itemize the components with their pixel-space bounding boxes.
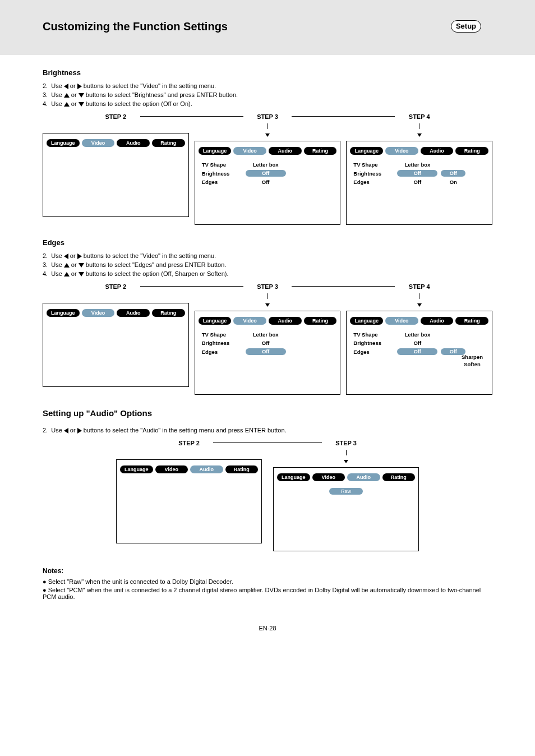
txt: Use [51, 261, 64, 268]
edges-bullets: 2.Use or buttons to select the "Video" i… [43, 252, 492, 277]
osd-panel: Language Video Audio Rating Raw [273, 467, 419, 551]
step-label: STEP 4 [395, 283, 444, 290]
txt: or [70, 270, 79, 277]
txt: or [68, 252, 77, 259]
tab-audio: Audio [421, 147, 454, 155]
side-options: Sharpen Soften [458, 354, 486, 368]
arrow-down-icon [79, 272, 84, 276]
txt: buttons to select the "Video" in the set… [82, 252, 216, 259]
tab-audio: Audio [347, 473, 380, 481]
brightness-bullets: 2.Use or buttons to select the "Video" i… [43, 82, 492, 107]
row-label: TV Shape [353, 162, 394, 168]
row-label: Edges [202, 349, 242, 355]
edges-title: Edges [43, 238, 492, 247]
step-3: STEP 3 Language Video Audio Rating TV Sh… [195, 113, 341, 225]
row-value: Off [397, 340, 437, 346]
tab-audio: Audio [269, 147, 302, 155]
tab-video: Video [233, 317, 266, 325]
row-value: Letter box [246, 331, 286, 338]
row-label: TV Shape [353, 331, 394, 338]
step-4: STEP 4 Language Video Audio Rating TV Sh… [346, 283, 492, 395]
txt: Use [51, 270, 64, 277]
osd-panel: Language Video Audio Rating TV ShapeLett… [195, 311, 341, 395]
page-footer: EN-28 [0, 625, 535, 643]
row-label: TV Shape [202, 331, 242, 338]
arrow-right-icon [77, 253, 82, 259]
brightness-steps: STEP 2 Language Video Audio Rating STEP … [43, 113, 492, 225]
opt-pill: Off [441, 170, 465, 177]
section-brightness: Brightness 2.Use or buttons to select th… [0, 68, 535, 225]
tab-video: Video [233, 147, 266, 155]
tab-language: Language [47, 139, 80, 147]
osd-panel: Language Video Audio Rating TV ShapeLett… [346, 311, 492, 395]
arrow-right-icon [77, 84, 82, 89]
audio-title: Setting up "Audio" Options [43, 408, 492, 418]
row-value: Off [246, 179, 286, 185]
tab-language: Language [47, 309, 80, 317]
tab-audio: Audio [117, 139, 150, 147]
arrow-down-icon [79, 93, 84, 98]
tab-audio: Audio [190, 465, 223, 473]
step-label: STEP 2 [91, 283, 140, 290]
tab-rating: Rating [304, 147, 337, 155]
txt: buttons to select the "Video" in the set… [82, 82, 216, 89]
tab-video: Video [312, 473, 345, 481]
edges-steps: STEP 2 Language Video Audio Rating STEP … [43, 283, 492, 395]
step-3: STEP 3 Language Video Audio Rating Raw [273, 439, 419, 551]
row-label: Edges [353, 179, 394, 185]
txt: Use [51, 91, 64, 98]
step-3: STEP 3 Language Video Audio Rating TV Sh… [195, 283, 341, 395]
txt: or [68, 82, 77, 89]
step-label: STEP 2 [165, 440, 214, 446]
row-label: Edges [353, 349, 394, 355]
step-label: STEP 4 [395, 113, 444, 120]
audio-bullets: 2.Use or buttons to select the "Audio" i… [43, 427, 492, 434]
row-label: Brightness [202, 170, 242, 177]
row-label: Edges [202, 179, 242, 185]
osd-panel: Language Video Audio Rating TV ShapeLett… [346, 141, 492, 225]
step-2: STEP 2 Language Video Audio Rating [116, 439, 262, 551]
txt: Use [51, 427, 64, 434]
tab-rating: Rating [225, 465, 259, 473]
row-value: Letter box [397, 162, 437, 168]
section-audio: Setting up "Audio" Options 2.Use or butt… [0, 408, 535, 600]
step-2: STEP 2 Language Video Audio Rating [43, 113, 189, 217]
row-value: Letter box [397, 331, 437, 338]
tab-rating: Rating [382, 473, 416, 481]
arrow-left-icon [64, 84, 68, 89]
tab-video: Video [82, 309, 115, 317]
txt: Use [51, 100, 64, 107]
tab-language: Language [199, 147, 232, 155]
row-value-pill: Off [397, 348, 437, 355]
opt-value: Sharpen [458, 354, 486, 360]
step-4: STEP 4 Language Video Audio Rating TV Sh… [346, 113, 492, 225]
arrow-up-icon [64, 263, 70, 268]
arrow-left-icon [64, 428, 68, 434]
row-label: Brightness [202, 340, 242, 346]
tab-language: Language [277, 473, 310, 481]
row-label: Brightness [353, 340, 394, 346]
row-value: Letter box [246, 162, 286, 168]
step-label: STEP 3 [322, 440, 371, 446]
arrow-left-icon [64, 253, 68, 259]
row-label: TV Shape [202, 162, 242, 168]
row-value-pill: Off [397, 170, 437, 177]
osd-panel: Language Video Audio Rating [43, 303, 189, 387]
brightness-title: Brightness [43, 68, 492, 77]
row-value-pill: Off [246, 348, 286, 355]
notes: Notes: Select "Raw" when the unit is con… [43, 567, 492, 600]
txt: Use [51, 82, 64, 89]
tab-video: Video [385, 147, 418, 155]
row-value: Off [397, 179, 437, 185]
tab-audio: Audio [269, 317, 302, 325]
txt: buttons to select "Brightness" and press… [84, 91, 238, 98]
down-arrow-icon [417, 303, 422, 307]
step-label: STEP 2 [91, 113, 140, 120]
header-band: Customizing the Function Settings Setup [0, 0, 535, 55]
osd-panel: Language Video Audio Rating [116, 459, 262, 543]
note-item: Select "Raw" when the unit is connected … [43, 578, 492, 585]
arrow-down-icon [79, 263, 84, 268]
tab-language: Language [350, 317, 383, 325]
tab-video: Video [82, 139, 115, 147]
txt: or [70, 100, 79, 107]
